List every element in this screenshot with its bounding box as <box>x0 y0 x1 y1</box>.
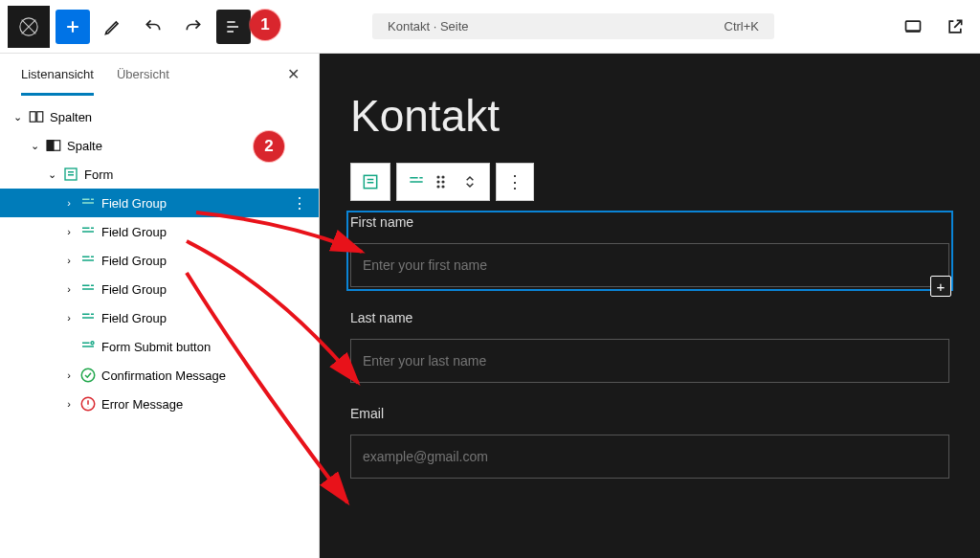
chevron-right-icon[interactable]: › <box>59 283 78 295</box>
block-layout-button[interactable] <box>396 163 490 201</box>
undo-button[interactable] <box>136 10 170 44</box>
email-input[interactable] <box>350 435 949 479</box>
chevron-down-icon[interactable]: ⌄ <box>8 111 27 123</box>
field-group-icon <box>78 279 98 299</box>
field-first-name[interactable]: First name + <box>350 214 949 287</box>
field-group-icon <box>78 193 98 212</box>
tree-item-confirmation[interactable]: › Confirmation Message <box>0 361 319 390</box>
add-block-button[interactable] <box>56 10 90 44</box>
tree-label: Field Group <box>101 254 167 268</box>
tree-label: Field Group <box>101 282 167 297</box>
svg-point-11 <box>437 176 439 178</box>
submit-icon <box>78 337 98 356</box>
block-toolbar: ⋮ <box>350 163 949 201</box>
svg-point-15 <box>437 186 439 188</box>
tree-item-columns[interactable]: ⌄ Spalten <box>0 102 319 131</box>
chevron-right-icon[interactable]: › <box>59 197 78 209</box>
list-view-button[interactable] <box>216 10 251 44</box>
tree-label: Spalten <box>50 110 92 124</box>
svg-point-14 <box>442 181 444 183</box>
column-icon <box>44 136 63 155</box>
close-sidebar-button[interactable]: ✕ <box>278 56 309 93</box>
svg-point-8 <box>81 368 95 382</box>
tree-label: Form Submit button <box>101 340 211 354</box>
device-preview-button[interactable] <box>896 10 930 44</box>
tab-overview[interactable]: Übersicht <box>105 54 181 95</box>
command-shortcut: Ctrl+K <box>724 19 759 33</box>
tree-item-field-group[interactable]: › Field Group <box>0 303 319 332</box>
tree-item-field-group[interactable]: › Field Group <box>0 246 319 275</box>
alert-circle-icon <box>78 394 98 413</box>
svg-rect-2 <box>30 112 35 123</box>
field-email[interactable]: Email <box>350 406 949 479</box>
tree-label: Error Message <box>101 397 183 412</box>
add-block-inline-button[interactable]: + <box>930 276 951 297</box>
block-more-button[interactable]: ⋮ <box>496 163 534 201</box>
document-title[interactable]: Kontakt · Seite Ctrl+K <box>372 13 774 39</box>
chevron-right-icon[interactable]: › <box>59 398 78 410</box>
svg-rect-10 <box>364 175 376 188</box>
site-logo[interactable] <box>8 6 50 48</box>
svg-point-12 <box>442 176 444 178</box>
chevron-right-icon[interactable]: › <box>59 255 78 266</box>
list-view-sidebar: Listenansicht Übersicht ✕ ⌄ Spalten ⌄ Sp… <box>0 54 320 558</box>
last-name-input[interactable] <box>350 339 949 383</box>
tree-item-submit-button[interactable]: › Form Submit button <box>0 332 319 361</box>
tree-label: Field Group <box>101 196 167 211</box>
document-title-bar: Kontakt · Seite Ctrl+K <box>256 13 890 39</box>
row-more-button[interactable]: ⋮ <box>286 194 313 212</box>
tree-label: Field Group <box>101 311 167 325</box>
edit-mode-button[interactable] <box>96 10 130 44</box>
redo-button[interactable] <box>176 10 211 44</box>
annotation-callout-1: 1 <box>250 10 280 40</box>
tree-item-error[interactable]: › Error Message <box>0 390 319 418</box>
annotation-callout-2: 2 <box>254 131 284 162</box>
chevron-right-icon[interactable]: › <box>59 226 78 237</box>
tree-label: Spalte <box>67 139 102 153</box>
field-group-icon <box>78 222 98 241</box>
svg-point-13 <box>437 181 439 183</box>
page-title[interactable]: Kontakt <box>350 90 949 142</box>
document-title-text: Kontakt · Seite <box>388 19 469 33</box>
svg-rect-1 <box>906 21 921 31</box>
columns-icon <box>27 107 46 126</box>
field-group-icon <box>78 251 98 270</box>
block-icon-button[interactable] <box>350 163 390 201</box>
tree-item-field-group-selected[interactable]: › Field Group ⋮ <box>0 189 319 217</box>
editor-canvas[interactable]: Kontakt ⋮ First name + Last name Email <box>320 54 980 558</box>
tree-item-field-group[interactable]: › Field Group <box>0 275 319 303</box>
svg-rect-3 <box>37 112 43 123</box>
chevron-right-icon[interactable]: › <box>59 312 78 324</box>
sidebar-tabs: Listenansicht Übersicht ✕ <box>0 54 319 95</box>
field-last-name[interactable]: Last name <box>350 310 949 383</box>
form-icon <box>61 165 80 184</box>
top-right-tools <box>896 10 972 44</box>
chevron-right-icon[interactable]: › <box>59 369 78 381</box>
first-name-input[interactable] <box>350 243 949 287</box>
tab-list-view[interactable]: Listenansicht <box>10 54 105 95</box>
tree-label: Confirmation Message <box>101 368 226 383</box>
chevron-down-icon[interactable]: ⌄ <box>42 168 61 181</box>
svg-point-16 <box>442 186 444 188</box>
svg-point-7 <box>91 342 94 345</box>
tree-item-field-group[interactable]: › Field Group <box>0 217 319 246</box>
chevron-down-icon[interactable]: ⌄ <box>25 140 44 152</box>
field-label: First name <box>350 214 949 230</box>
check-circle-icon <box>78 366 98 385</box>
field-label: Email <box>350 406 949 421</box>
open-preview-button[interactable] <box>938 10 972 44</box>
tree-item-form[interactable]: ⌄ Form <box>0 160 319 189</box>
svg-rect-6 <box>65 168 77 180</box>
field-label: Last name <box>350 310 949 325</box>
field-group-icon <box>78 308 98 327</box>
editor-top-bar: Kontakt · Seite Ctrl+K <box>0 0 980 54</box>
tree-label: Field Group <box>101 225 167 239</box>
tree-label: Form <box>84 167 113 182</box>
svg-rect-5 <box>47 141 54 151</box>
